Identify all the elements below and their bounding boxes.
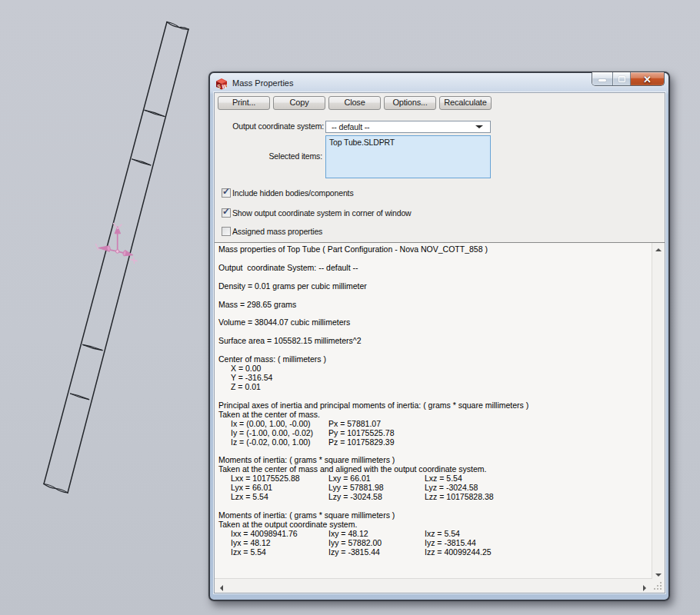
svg-text:W: W <box>222 84 228 89</box>
svg-text:S: S <box>217 84 221 89</box>
